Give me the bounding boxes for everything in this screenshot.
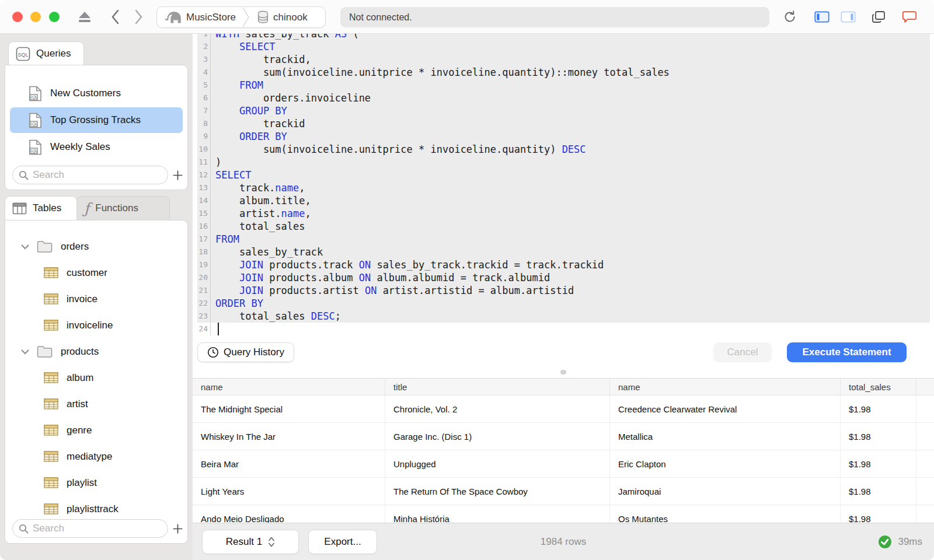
cancel-button[interactable]: Cancel: [713, 342, 772, 362]
column-header[interactable]: name: [610, 379, 841, 395]
table-row[interactable]: Whiskey In The JarGarage Inc. (Disc 1)Me…: [193, 423, 934, 450]
code-line[interactable]: 10 sum(invoiceline.unitprice * invoiceli…: [197, 143, 930, 156]
table-cell[interactable]: The Midnight Special: [193, 396, 385, 422]
tree-table-row[interactable]: customer: [5, 260, 187, 286]
table-cell[interactable]: $1.98: [841, 478, 916, 505]
table-cell[interactable]: Unplugged: [385, 450, 610, 477]
reload-button[interactable]: [782, 9, 797, 24]
code-line[interactable]: 3 trackid,: [197, 53, 930, 66]
code-line[interactable]: 12SELECT: [197, 169, 930, 181]
column-header[interactable]: name: [193, 379, 385, 395]
windows-button[interactable]: [871, 9, 886, 24]
table-cell[interactable]: Ando Meio Desligado: [193, 505, 385, 523]
line-number: 17: [197, 233, 210, 246]
query-item[interactable]: SQL Weekly Sales: [10, 134, 183, 160]
tables-search-field[interactable]: [12, 519, 168, 538]
code-line[interactable]: 6 orders.invoiceline: [197, 92, 930, 104]
table-cell[interactable]: Garage Inc. (Disc 1): [385, 423, 610, 450]
feedback-button[interactable]: [902, 9, 917, 24]
tree-table-row[interactable]: invoiceline: [5, 312, 187, 338]
export-button[interactable]: Export...: [308, 530, 377, 554]
line-number: 3: [197, 53, 210, 66]
code-line[interactable]: 22ORDER BY: [197, 297, 930, 310]
code-line[interactable]: 2 SELECT: [197, 40, 930, 53]
drag-handle-icon[interactable]: [560, 370, 566, 374]
table-row[interactable]: Light YearsThe Return Of The Space Cowbo…: [193, 478, 934, 505]
tree-table-row[interactable]: invoice: [5, 286, 187, 312]
connection-crumb[interactable]: MusicStore: [157, 10, 242, 25]
zoom-button[interactable]: [49, 12, 60, 22]
toggle-left-sidebar-button[interactable]: [814, 9, 830, 24]
table-row[interactable]: Ando Meio DesligadoMinha HistóriaOs Muta…: [193, 505, 934, 523]
code-line[interactable]: 17FROM: [197, 233, 930, 246]
code-line[interactable]: 5 FROM: [197, 79, 930, 92]
code-line[interactable]: 16 total_sales: [197, 220, 930, 233]
tree-table-row[interactable]: playlist: [5, 470, 187, 496]
table-cell[interactable]: Beira Mar: [193, 450, 385, 477]
execute-statement-button[interactable]: Execute Statement: [787, 342, 907, 362]
code-line[interactable]: 1WITH sales_by_track AS (: [197, 34, 930, 40]
code-line[interactable]: 23 total_sales DESC;: [197, 310, 930, 323]
table-cell[interactable]: Minha História: [385, 505, 610, 523]
code-line[interactable]: 4 sum(invoiceline.unitprice * invoicelin…: [197, 66, 930, 79]
sql-editor[interactable]: 1WITH sales_by_track AS (2 SELECT3 track…: [193, 34, 934, 338]
code-line[interactable]: 7 GROUP BY: [197, 104, 930, 117]
code-line[interactable]: 13 track.name,: [197, 181, 930, 194]
code-line[interactable]: 20 JOIN products.album ON album.albumid …: [197, 271, 930, 284]
add-table-button[interactable]: [173, 523, 183, 534]
code-line[interactable]: 24: [197, 323, 930, 335]
tree-folder-row[interactable]: orders: [5, 233, 187, 260]
table-cell[interactable]: The Return Of The Space Cowboy: [385, 478, 610, 505]
tree-folder-row[interactable]: products: [5, 338, 187, 365]
tables-search-input[interactable]: [33, 523, 162, 534]
toggle-right-sidebar-button[interactable]: [841, 9, 856, 24]
table-cell[interactable]: Chronicle, Vol. 2: [385, 396, 610, 422]
close-button[interactable]: [12, 12, 23, 22]
table-cell[interactable]: Light Years: [193, 478, 385, 505]
table-cell[interactable]: Jamiroquai: [610, 478, 841, 505]
query-history-button[interactable]: Query History: [197, 342, 294, 362]
minimize-button[interactable]: [30, 12, 41, 22]
table-cell[interactable]: Os Mutantes: [610, 505, 841, 523]
add-query-button[interactable]: [173, 170, 183, 181]
code-line[interactable]: 19 JOIN products.track ON sales_by_track…: [197, 258, 930, 271]
code-line[interactable]: 11): [197, 156, 930, 169]
table-row[interactable]: Beira MarUnpluggedEric Clapton$1.98: [193, 450, 934, 478]
query-item[interactable]: SQL New Customers: [10, 80, 183, 106]
table-cell[interactable]: Creedence Clearwater Revival: [610, 396, 841, 422]
breadcrumb-separator-icon: [242, 7, 250, 27]
table-cell[interactable]: Eric Clapton: [610, 450, 841, 477]
line-number: 5: [197, 79, 210, 92]
forward-button[interactable]: [131, 9, 146, 24]
results-divider[interactable]: [193, 366, 934, 378]
code-line[interactable]: 8 trackid: [197, 117, 930, 130]
tree-table-row[interactable]: genre: [5, 417, 187, 443]
code-line[interactable]: 14 album.title,: [197, 194, 930, 207]
code-line[interactable]: 9 ORDER BY: [197, 130, 930, 143]
table-cell[interactable]: Whiskey In The Jar: [193, 423, 385, 450]
tree-table-row[interactable]: album: [5, 365, 187, 391]
code-line[interactable]: 15 artist.name,: [197, 207, 930, 220]
tab-tables[interactable]: Tables: [5, 196, 77, 220]
column-header[interactable]: total_sales: [841, 379, 916, 395]
query-item[interactable]: SQL Top Grossing Tracks: [10, 107, 183, 133]
queries-search-field[interactable]: [12, 166, 168, 184]
table-cell[interactable]: $1.98: [841, 450, 916, 477]
tab-queries[interactable]: SQL Queries: [8, 41, 84, 65]
tree-table-row[interactable]: mediatype: [5, 443, 187, 470]
code-line[interactable]: 18 sales_by_track: [197, 246, 930, 258]
tab-functions[interactable]: ƒ Functions: [76, 196, 170, 220]
table-cell[interactable]: $1.98: [841, 423, 916, 450]
database-crumb[interactable]: chinook: [250, 10, 313, 24]
table-cell[interactable]: Metallica: [610, 423, 841, 450]
table-cell[interactable]: $1.98: [841, 505, 916, 523]
disconnect-button[interactable]: [77, 9, 92, 24]
table-row[interactable]: The Midnight SpecialChronicle, Vol. 2Cre…: [193, 396, 934, 423]
result-selector[interactable]: Result 1: [202, 530, 299, 554]
back-button[interactable]: [107, 9, 123, 24]
code-line[interactable]: 21 JOIN products.artist ON artist.artist…: [197, 284, 930, 297]
tree-table-row[interactable]: artist: [5, 391, 187, 417]
table-cell[interactable]: $1.98: [841, 396, 916, 422]
column-header[interactable]: title: [385, 379, 610, 395]
queries-search-input[interactable]: [33, 169, 162, 181]
